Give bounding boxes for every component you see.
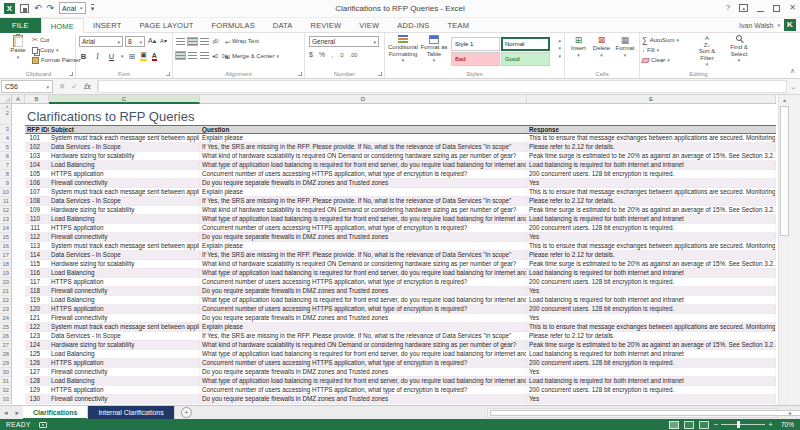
row-number[interactable]: 20 (0, 278, 12, 287)
cell-response[interactable]: This is to ensure that message exchanges… (527, 242, 776, 251)
dialog-launcher-icon[interactable] (298, 72, 302, 76)
tab-view[interactable]: VIEW (350, 18, 388, 33)
font-size-combo[interactable]: 8▾ (125, 36, 145, 47)
increase-decimal-icon[interactable]: .0 (339, 52, 344, 58)
cell-rfp-id[interactable]: 121 (25, 314, 49, 323)
number-format-combo[interactable]: General▾ (309, 36, 379, 47)
cell-subject[interactable]: Data Services - In Scope (49, 143, 200, 152)
cell-response[interactable]: Yes (527, 233, 776, 242)
clear-button[interactable]: Clear▾ (642, 55, 679, 65)
zoom-slider-thumb[interactable] (737, 421, 740, 428)
cell-rfp-id[interactable]: 130 (25, 395, 49, 404)
cell-response[interactable]: Yes (527, 368, 776, 377)
cell-question[interactable]: Do you require separate firewalls in DMZ… (200, 395, 527, 404)
cell-question[interactable]: Concurrent number of users accessing HTT… (200, 305, 527, 314)
table-column-header[interactable]: RFP ID# (25, 125, 49, 134)
cell-subject[interactable]: System must track each message sent betw… (49, 188, 200, 197)
page-break-view-icon[interactable] (699, 421, 709, 429)
cell-subject[interactable]: Load Balancing (49, 350, 200, 359)
cell[interactable] (12, 395, 25, 404)
cell-response[interactable]: Peak time surge is estimated to be 20% a… (527, 260, 776, 269)
cell-response[interactable]: Peak time surge is estimated to be 20% a… (527, 206, 776, 215)
sheet-nav-right-icon[interactable]: ▸ (12, 409, 24, 417)
tab-formulas[interactable]: FORMULAS (203, 18, 264, 33)
decrease-indent-icon[interactable]: ◂≡ (212, 52, 219, 59)
cell-subject[interactable]: HTTPS application (49, 278, 200, 287)
cell-response[interactable]: Load balancing is required for both inte… (527, 296, 776, 305)
cell-question[interactable]: What type of application load balancing … (200, 269, 527, 278)
cell-subject[interactable]: Firewall connectivity (49, 395, 200, 404)
autosum-button[interactable]: ∑AutoSum▾ (642, 35, 679, 45)
cell[interactable] (12, 179, 25, 188)
cell-response[interactable]: Please refer to 2.12 for details. (527, 251, 776, 260)
table-column-header[interactable]: Question (200, 125, 527, 134)
gallery-up-icon[interactable]: ▴ (558, 37, 561, 43)
cell-question[interactable]: If Yes, the SRS are missing in the RFP. … (200, 143, 527, 152)
bold-button[interactable]: B (79, 52, 88, 61)
copy-button[interactable]: Copy▾ (32, 45, 81, 55)
restore-icon[interactable] (773, 5, 780, 12)
cell-response[interactable]: Please refer to 2.12 for details. (527, 332, 776, 341)
cell-question[interactable]: What kind of hardware scalability is req… (200, 341, 527, 350)
cell[interactable] (12, 341, 25, 350)
column-header-a[interactable]: A (12, 95, 25, 104)
cell-response[interactable]: Please refer to 2.12 for details. (527, 197, 776, 206)
avatar[interactable]: K (784, 19, 796, 31)
cell-question[interactable]: Do you require separate firewalls in DMZ… (200, 287, 527, 296)
zoom-slider[interactable] (721, 424, 765, 425)
zoom-in-icon[interactable]: + (768, 420, 773, 429)
cell[interactable] (12, 269, 25, 278)
cell-subject[interactable]: HTTPS application (49, 359, 200, 368)
cell-rfp-id[interactable]: 101 (25, 134, 49, 143)
row-number[interactable]: 25 (0, 323, 12, 332)
cell[interactable] (12, 287, 25, 296)
comma-icon[interactable]: , (331, 51, 333, 58)
cell-question[interactable]: Concurrent number of users accessing HTT… (200, 170, 527, 179)
cell[interactable] (12, 332, 25, 341)
zoom-level[interactable]: 70% (781, 421, 794, 428)
cut-button[interactable]: ✂Cut (32, 35, 81, 45)
tab-home[interactable]: HOME (41, 18, 84, 34)
cell-subject[interactable]: Hardware sizing for scalability (49, 152, 200, 161)
row-number[interactable]: 8 (0, 170, 12, 179)
row-number[interactable]: 15 (0, 233, 12, 242)
dialog-launcher-icon[interactable] (378, 72, 382, 76)
table-column-header[interactable]: Subject (49, 125, 200, 134)
cell-response[interactable]: This is to ensure that message exchanges… (527, 323, 776, 332)
tab-review[interactable]: REVIEW (302, 18, 351, 33)
cell-response[interactable]: Yes (527, 395, 776, 404)
row-number[interactable]: 23 (0, 305, 12, 314)
cell[interactable] (12, 161, 25, 170)
row-number[interactable]: 21 (0, 287, 12, 296)
normal-view-icon[interactable] (669, 421, 679, 429)
cell[interactable] (12, 350, 25, 359)
cell-subject[interactable]: System must track each message sent betw… (49, 242, 200, 251)
cell-subject[interactable]: HTTPS application (49, 224, 200, 233)
cell-question[interactable]: What type of application load balancing … (200, 377, 527, 386)
accounting-format-icon[interactable]: $ (309, 51, 313, 58)
cell-subject[interactable]: HTTPS application (49, 386, 200, 395)
cell-response[interactable]: 200 concurrent users. 128 bit encryption… (527, 170, 776, 179)
cell-rfp-id[interactable]: 117 (25, 278, 49, 287)
decrease-decimal-icon[interactable]: .00 (350, 52, 358, 58)
cell[interactable] (12, 134, 25, 143)
cell-rfp-id[interactable]: 128 (25, 377, 49, 386)
cell-question[interactable]: Concurrent number of users accessing HTT… (200, 278, 527, 287)
cell[interactable] (12, 143, 25, 152)
row-number[interactable]: 14 (0, 224, 12, 233)
ribbon-display-options-icon[interactable]: ▴ (739, 4, 748, 12)
cell-question[interactable]: Concurrent number of users accessing HTT… (200, 359, 527, 368)
cell-rfp-id[interactable]: 107 (25, 188, 49, 197)
cell-question[interactable]: What kind of hardware scalability is req… (200, 152, 527, 161)
cell-subject[interactable]: Data Services - In Scope (49, 251, 200, 260)
cancel-formula-icon[interactable]: ✕ (59, 82, 65, 91)
cell-subject[interactable]: HTTPS application (49, 170, 200, 179)
cell[interactable] (12, 170, 25, 179)
row-number[interactable]: 2 (0, 109, 12, 125)
row-number[interactable]: 9 (0, 179, 12, 188)
cell-subject[interactable]: Load Balancing (49, 269, 200, 278)
cell-response[interactable]: Load balancing is required for both inte… (527, 269, 776, 278)
select-all-corner[interactable] (0, 95, 12, 104)
row-number[interactable]: 4 (0, 134, 12, 143)
cell[interactable] (12, 125, 25, 134)
